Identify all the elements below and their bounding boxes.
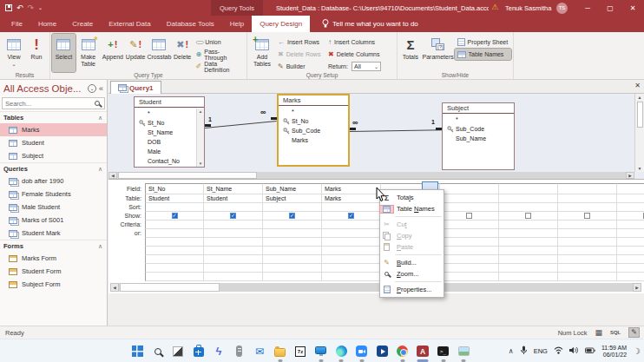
nav-section-forms[interactable]: Forms∧ [0,240,107,252]
grid-cell[interactable] [263,255,322,264]
table-window-marks[interactable]: Marks *St_NoSub_CodeMarks [277,94,350,167]
photos-icon[interactable] [456,341,471,362]
grid-cell[interactable] [558,194,617,203]
grid-cell[interactable] [499,203,558,212]
grid-cell[interactable] [204,247,263,255]
grid-cell[interactable] [617,229,644,238]
pass-through-button[interactable]: ⊕ Pass-Through [194,49,245,60]
grid-cell[interactable] [145,264,204,273]
nav-item-male-student[interactable]: Male Student [0,201,107,214]
grid-cell[interactable]: Student [204,194,263,203]
grid-cell[interactable] [440,264,499,273]
nav-item-subject[interactable]: Subject [0,149,107,162]
menu-item-zoom[interactable]: Zoom... [380,268,444,280]
nav-item-marks[interactable]: Marks [0,123,107,136]
table-field-star[interactable]: * [135,109,196,118]
grid-cell[interactable] [263,220,322,229]
grid-cell[interactable] [499,220,558,229]
make-table-button[interactable]: Make Table [76,34,102,72]
nav-section-queries[interactable]: Queries∧ [0,162,107,174]
grid-cell[interactable]: ✓ [322,212,381,220]
grid-cell[interactable] [204,203,263,212]
file-explorer-icon[interactable] [273,341,288,362]
table-field-sub-name[interactable]: Sub_Name [443,134,514,143]
notification-moon-icon[interactable]: ☽ [633,347,641,356]
table-field-sub-code[interactable]: Sub_Code [279,126,348,135]
ribbon-tab-home[interactable]: Home [30,16,64,32]
voice-recorder-icon[interactable] [232,341,247,362]
grid-cell[interactable] [322,229,381,238]
grid-cell[interactable] [204,220,263,229]
crosstab-button[interactable]: Crosstab [147,34,172,72]
grid-cell[interactable] [558,220,617,229]
media-player-icon[interactable] [374,341,390,362]
grid-cell[interactable] [558,203,617,212]
grid-cell[interactable] [558,212,617,220]
menu-item-cut[interactable]: ✂Cut [380,219,444,230]
insert-rows-button[interactable]: ← Insert Rows [275,36,325,48]
grid-cell[interactable] [322,238,381,247]
grid-cell[interactable] [558,264,617,273]
start-icon[interactable] [129,341,145,362]
grid-cell[interactable] [145,220,204,229]
grid-cell[interactable] [440,183,499,194]
grid-cell[interactable] [440,255,499,264]
grid-cell[interactable] [322,264,381,273]
grid-cell[interactable] [617,183,644,194]
data-definition-button[interactable]: ✐ Data Definition [194,61,245,72]
nav-item-student-form[interactable]: Student Form [0,265,107,278]
nav-section-tables[interactable]: Tables∧ [0,111,107,123]
property-sheet-button[interactable]: Property Sheet [455,36,512,48]
table-field-sub-code[interactable]: Sub_Code [443,124,514,134]
datasheet-view-icon[interactable]: ▦ [595,329,602,337]
grid-cell[interactable] [499,194,558,203]
add-tables-button[interactable]: Add Tables [249,34,275,72]
nav-item-student-mark[interactable]: Student Mark [0,227,107,240]
lightning-icon[interactable]: ϟ [211,341,227,362]
grid-cell[interactable] [499,238,558,247]
grid-cell[interactable] [558,247,617,255]
grid-cell[interactable] [263,273,322,281]
totals-button[interactable]: Σ Totals [399,34,422,72]
maximize-button[interactable]: ▢ [599,0,621,16]
diagram-horizontal-scrollbar[interactable]: ◀ ▶ [108,172,634,179]
grid-cell[interactable] [499,264,558,273]
avatar[interactable]: TS [556,3,568,14]
menu-item-build[interactable]: ✎Build... [380,257,444,268]
table-field-st-no[interactable]: St_No [135,118,196,128]
grid-cell[interactable]: ✓ [145,212,204,220]
grid-cell[interactable] [440,273,499,281]
nav-item-marks-form[interactable]: Marks Form [0,252,107,265]
access-icon[interactable]: A [415,341,430,362]
menu-item-totals[interactable]: ΣTotals [380,192,444,203]
grid-cell[interactable] [499,255,558,264]
grid-cell[interactable] [499,273,558,281]
run-button[interactable]: ! Run [26,34,47,72]
display-icon[interactable] [313,341,329,362]
volume-icon[interactable] [569,346,579,356]
search-icon[interactable] [150,341,166,362]
grid-cell[interactable] [558,238,617,247]
builder-button[interactable]: ✎ Builder [275,61,325,72]
grid-cell[interactable]: Student [145,194,204,203]
section-collapse-icon[interactable]: ∧ [98,243,102,250]
grid-cell[interactable]: Sub_Name [263,183,322,194]
zoom-app-icon[interactable] [354,341,370,362]
nav-item-female-students[interactable]: Female Students [0,188,107,201]
view-button[interactable]: View ⌄ [2,34,26,72]
grid-cell[interactable] [322,255,381,264]
close-button[interactable]: ✕ [621,0,644,16]
table-field-st-no[interactable]: St_No [279,116,348,126]
nav-item-dob-after-1990[interactable]: dob after 1990 [0,174,107,188]
menu-item-properties[interactable]: Properties... [380,284,444,295]
grid-cell[interactable] [145,229,204,238]
grid-cell[interactable] [263,238,322,247]
customize-quick-access-icon[interactable]: ⌄ [38,4,43,12]
ribbon-tab-query-design[interactable]: Query Design [252,16,310,32]
tab-query1[interactable]: Query1 [110,81,161,94]
grid-cell[interactable] [617,203,644,212]
tell-me-box[interactable]: Tell me what you want to do [315,16,425,32]
grid-cell[interactable] [617,220,644,229]
grid-cell[interactable] [499,229,558,238]
grid-cell[interactable] [145,247,204,255]
